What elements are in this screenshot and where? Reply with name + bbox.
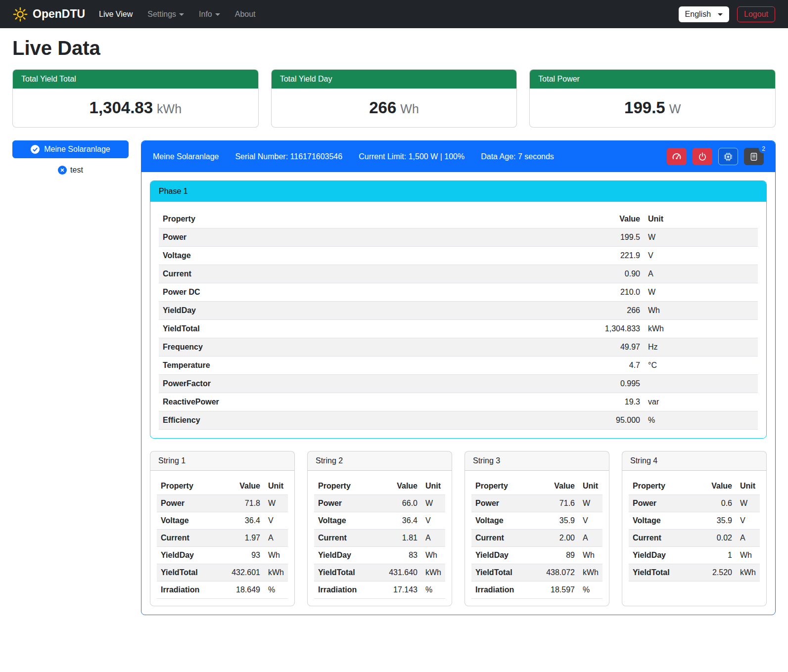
row-value: 49.97 — [449, 338, 644, 357]
row-unit: Wh — [421, 547, 445, 564]
row-unit: kWh — [579, 564, 603, 582]
phase-panel-header: Phase 1 — [150, 181, 766, 202]
row-property: Current — [629, 530, 695, 547]
row-property: YieldTotal — [629, 564, 695, 582]
table-head: Property Value Unit — [157, 478, 288, 495]
column-value: Value — [217, 478, 264, 495]
device-info-button[interactable] — [718, 148, 738, 165]
card-unit: Wh — [400, 102, 419, 116]
table-row: Current1.97A — [157, 530, 288, 547]
row-property: Voltage — [157, 512, 217, 530]
table-row: YieldDay1Wh — [629, 547, 760, 564]
row-value: 93 — [217, 547, 264, 564]
sidebar-item-meine-solaranlage[interactable]: Meine Solaranlage — [12, 140, 129, 158]
row-property: YieldTotal — [157, 564, 217, 582]
row-value: 0.90 — [449, 265, 644, 283]
table-row: PowerFactor0.995 — [159, 375, 758, 393]
row-property: Power — [629, 495, 695, 512]
card-header: Total Yield Day — [272, 70, 517, 89]
table-row: Power199.5W — [159, 228, 758, 247]
string-4-table: Property Value Unit Power0.6WVoltage35.9… — [629, 478, 760, 582]
nav-info[interactable]: Info — [199, 10, 220, 19]
chevron-down-icon — [215, 13, 220, 16]
row-unit: V — [264, 512, 288, 530]
row-value: 71.6 — [532, 495, 579, 512]
string-1-table: Property Value Unit Power71.8WVoltage36.… — [157, 478, 288, 599]
table-row: YieldDay89Wh — [471, 547, 603, 564]
row-property: YieldDay — [471, 547, 532, 564]
table-row: Voltage36.4V — [314, 512, 445, 530]
row-value: 18.649 — [217, 582, 264, 599]
table-row: Current2.00A — [471, 530, 603, 547]
row-property: Current — [314, 530, 374, 547]
table-row: Temperature4.7°C — [159, 357, 758, 375]
logout-button[interactable]: Logout — [737, 6, 775, 22]
column-value: Value — [532, 478, 579, 495]
string-3-card: String 3 Property Value Unit — [464, 451, 609, 606]
row-value: 431.640 — [374, 564, 421, 582]
event-log-button[interactable]: 2 — [744, 148, 764, 165]
row-property: Voltage — [314, 512, 374, 530]
row-value: 35.9 — [695, 512, 737, 530]
limit-settings-button[interactable] — [667, 148, 687, 165]
row-value: 17.143 — [374, 582, 421, 599]
sidebar-item-label: Meine Solaranlage — [44, 145, 110, 154]
column-value: Value — [374, 478, 421, 495]
card-body: 1,304.83kWh — [13, 89, 258, 127]
sidebar-item-label: test — [70, 166, 83, 175]
card-body: 199.5W — [530, 89, 775, 127]
string-card-body: Property Value Unit Power0.6WVoltage35.9… — [622, 471, 766, 588]
table-row: Voltage221.9V — [159, 247, 758, 265]
string-2-table: Property Value Unit Power66.0WVoltage36.… — [314, 478, 445, 599]
row-unit: kWh — [644, 320, 758, 338]
row-unit: Wh — [736, 547, 760, 564]
row-unit: % — [644, 411, 758, 430]
column-property: Property — [314, 478, 374, 495]
card-value: 266 — [369, 98, 396, 117]
brand[interactable]: OpenDTU — [13, 7, 85, 22]
phase-panel: Phase 1 Property Value Unit Power199.5WV… — [150, 180, 767, 439]
row-value: 19.3 — [449, 393, 644, 411]
row-unit: % — [421, 582, 445, 599]
power-button[interactable] — [693, 148, 712, 165]
row-value: 95.000 — [449, 411, 644, 430]
row-value: 36.4 — [217, 512, 264, 530]
row-property: Current — [157, 530, 217, 547]
nav-settings[interactable]: Settings — [147, 10, 184, 19]
row-unit: var — [644, 393, 758, 411]
row-value: 4.7 — [449, 357, 644, 375]
row-unit: Wh — [264, 547, 288, 564]
row-property: Frequency — [159, 338, 449, 357]
event-count-badge: 2 — [759, 144, 768, 153]
nav-about[interactable]: About — [235, 10, 256, 19]
language-select[interactable]: English — [679, 6, 729, 22]
sun-icon — [13, 7, 28, 22]
row-property: Irradiation — [157, 582, 217, 599]
table-header-row: Property Value Unit — [471, 478, 603, 495]
row-property: Efficiency — [159, 411, 449, 430]
row-value: 36.4 — [374, 512, 421, 530]
table-row: Current1.81A — [314, 530, 445, 547]
column-unit: Unit — [579, 478, 603, 495]
table-row: Efficiency95.000% — [159, 411, 758, 430]
table-row: YieldDay93Wh — [157, 547, 288, 564]
table-head: Property Value Unit — [314, 478, 445, 495]
string-card-header: String 2 — [308, 451, 452, 471]
table-row: YieldDay83Wh — [314, 547, 445, 564]
row-value: 1.97 — [217, 530, 264, 547]
column-unit: Unit — [421, 478, 445, 495]
column-value: Value — [695, 478, 737, 495]
inverter-card-header: Meine Solaranlage Serial Number: 1161716… — [141, 141, 775, 172]
table-header-row: Property Value Unit — [159, 210, 758, 228]
table-header-row: Property Value Unit — [629, 478, 760, 495]
row-unit: V — [421, 512, 445, 530]
column-unit: Unit — [736, 478, 760, 495]
row-unit: Wh — [644, 302, 758, 320]
row-unit: kWh — [421, 564, 445, 582]
row-value: 199.5 — [449, 228, 644, 247]
row-property: YieldDay — [159, 302, 449, 320]
nav-live-view[interactable]: Live View — [99, 10, 133, 19]
sidebar-item-test[interactable]: test — [12, 166, 129, 175]
row-property: YieldDay — [157, 547, 217, 564]
check-circle-icon — [31, 145, 40, 154]
